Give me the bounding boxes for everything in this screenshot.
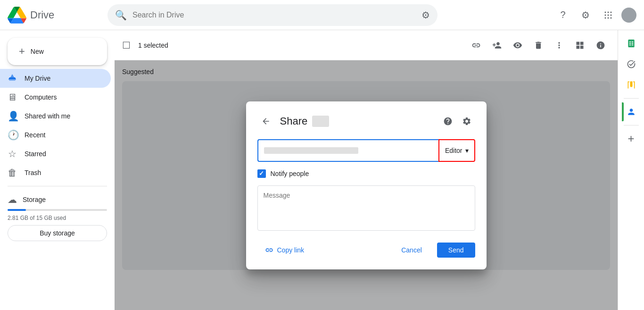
get-link-button[interactable] <box>467 36 486 55</box>
dialog-settings-button[interactable] <box>458 113 475 130</box>
storage-label: ☁ Storage <box>8 194 107 205</box>
trash-label: Trash <box>25 169 41 176</box>
content-area: ☐ 1 selected <box>115 30 618 310</box>
buy-storage-button[interactable]: Buy storage <box>8 225 107 241</box>
my-drive-label: My Drive <box>25 75 50 82</box>
modal-backdrop: Share <box>115 60 618 310</box>
main-layout: + New My Drive 🖥 Computers 👤 Shared with… <box>0 30 644 310</box>
svg-rect-14 <box>629 45 630 46</box>
app-title: Drive <box>30 9 54 21</box>
new-button[interactable]: + New <box>8 38 107 65</box>
app-logo: Drive <box>8 6 102 25</box>
computers-icon: 🖥 <box>8 92 17 103</box>
sidebar-item-starred[interactable]: ☆ Starred <box>0 144 111 163</box>
right-panel-tasks-button[interactable] <box>622 55 641 74</box>
dialog-help-button[interactable] <box>439 113 456 130</box>
search-input[interactable] <box>132 11 416 19</box>
notify-label: Notify people <box>271 170 309 177</box>
send-button[interactable]: Send <box>437 243 475 258</box>
sidebar-item-trash[interactable]: 🗑 Trash <box>0 163 111 182</box>
role-dropdown[interactable]: Editor ▾ <box>438 139 475 162</box>
grid-view-icon <box>575 41 585 50</box>
svg-point-5 <box>611 14 612 16</box>
settings-button[interactable]: ⚙ <box>576 6 595 25</box>
sidebar-item-computers[interactable]: 🖥 Computers <box>0 88 111 107</box>
recent-label: Recent <box>25 131 45 139</box>
green-bar-indicator <box>622 102 624 121</box>
storage-bar-fill <box>8 209 26 211</box>
share-dialog: Share <box>246 101 487 269</box>
filter-icon[interactable]: ⚙ <box>421 9 430 21</box>
svg-rect-13 <box>631 43 633 44</box>
notify-row: Notify people <box>257 169 475 178</box>
starred-label: Starred <box>25 150 46 158</box>
content-toolbar: ☐ 1 selected <box>115 30 618 60</box>
people-input-wrapper[interactable] <box>257 139 438 162</box>
right-panel-divider-2 <box>624 125 639 126</box>
computers-label: Computers <box>25 93 57 101</box>
people-input-placeholder <box>264 147 358 154</box>
more-options-button[interactable] <box>550 36 569 55</box>
info-button[interactable] <box>591 36 610 55</box>
add-person-icon <box>492 41 502 50</box>
help-button[interactable]: ? <box>553 6 572 25</box>
search-icon: 🔍 <box>115 9 127 21</box>
svg-point-4 <box>608 14 609 16</box>
add-panel-button[interactable]: + <box>622 129 641 148</box>
storage-used-text: 2.81 GB of 15 GB used <box>8 215 107 221</box>
svg-point-6 <box>605 17 606 18</box>
svg-point-1 <box>608 11 609 13</box>
dialog-back-button[interactable] <box>257 113 274 130</box>
tasks-icon <box>627 59 636 69</box>
starred-icon: ☆ <box>8 148 17 159</box>
message-textarea[interactable] <box>257 185 475 231</box>
new-button-label: New <box>31 48 44 55</box>
right-panel-keep-button[interactable] <box>622 75 641 94</box>
topbar: Drive 🔍 ⚙ ? ⚙ <box>0 0 644 30</box>
dialog-actions: Cancel Send <box>390 243 475 258</box>
content-body: Suggested Share <box>115 60 618 310</box>
plus-icon: + <box>19 45 25 58</box>
add-icon: + <box>627 132 634 145</box>
select-all-checkbox[interactable]: ☐ <box>122 40 131 51</box>
notify-checkbox[interactable] <box>257 169 266 178</box>
right-panel: + <box>618 30 644 310</box>
apps-button[interactable] <box>599 6 618 25</box>
share-button[interactable] <box>487 36 506 55</box>
trash-icon: 🗑 <box>8 168 17 178</box>
dialog-title: Share <box>280 115 434 127</box>
keep-icon <box>627 80 636 90</box>
svg-point-8 <box>611 17 612 18</box>
sidebar-item-my-drive[interactable]: My Drive <box>0 69 111 88</box>
dialog-header-icons <box>439 113 475 130</box>
dialog-title-file-icon <box>312 116 329 127</box>
dropdown-arrow-icon: ▾ <box>465 147 469 154</box>
copy-link-button[interactable]: Copy link <box>257 242 312 258</box>
avatar[interactable] <box>621 8 636 23</box>
my-drive-icon <box>8 73 17 84</box>
svg-point-7 <box>608 17 609 18</box>
sidebar-item-recent[interactable]: 🕐 Recent <box>0 126 111 144</box>
sheets-icon <box>627 39 636 48</box>
search-bar[interactable]: 🔍 ⚙ <box>107 4 438 26</box>
shared-with-me-label: Shared with me <box>25 112 70 120</box>
delete-icon <box>534 41 543 50</box>
link-icon-small <box>265 246 273 254</box>
svg-point-2 <box>611 11 612 13</box>
drive-logo-icon <box>8 6 26 25</box>
right-panel-contacts-button[interactable] <box>622 102 641 121</box>
sidebar-divider <box>8 186 107 186</box>
cancel-button[interactable]: Cancel <box>390 243 433 258</box>
apps-grid-icon <box>603 10 613 20</box>
sidebar-item-shared-with-me[interactable]: 👤 Shared with me <box>0 107 111 126</box>
delete-button[interactable] <box>529 36 548 55</box>
svg-rect-11 <box>631 42 633 42</box>
topbar-actions: ? ⚙ <box>553 6 636 25</box>
view-toggle-button[interactable] <box>570 36 589 55</box>
role-label: Editor <box>445 147 462 154</box>
preview-button[interactable] <box>508 36 527 55</box>
right-panel-sheets-button[interactable] <box>622 34 641 53</box>
toolbar-actions <box>467 36 610 55</box>
recent-icon: 🕐 <box>8 129 17 141</box>
dialog-footer: Copy link Cancel Send <box>257 242 475 258</box>
